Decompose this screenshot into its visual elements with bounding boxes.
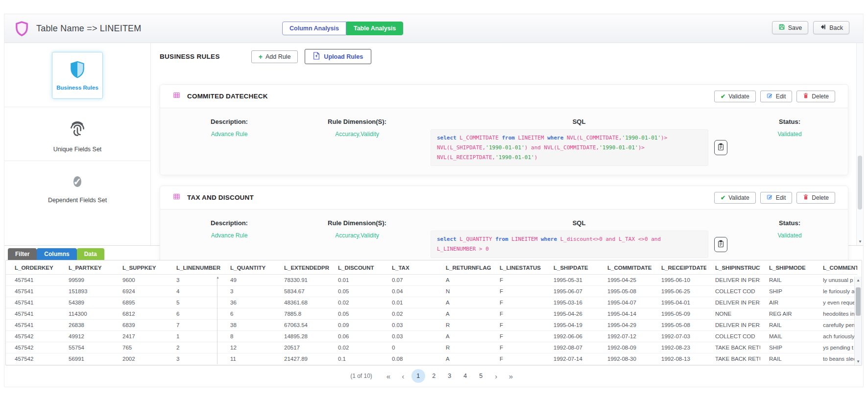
table-cell: 0.04 <box>383 286 437 297</box>
save-button[interactable]: Save <box>772 21 809 34</box>
status-value: Validated <box>731 232 848 239</box>
tab-column-analysis[interactable]: Column Analysis <box>282 22 346 35</box>
sidebar-item-business-rules[interactable]: Business Rules <box>52 52 103 99</box>
page-button-3[interactable]: 3 <box>443 369 457 383</box>
column-header[interactable]: L_ORDERKEY <box>6 260 60 275</box>
sidebar-item-dependent-fields-set[interactable]: ✓ Dependent Fields Set <box>4 161 150 204</box>
add-rule-label: Add Rule <box>265 53 290 60</box>
column-header[interactable]: L_EXTENDEDPRICI <box>275 260 329 275</box>
validate-button[interactable]: ✔ Validate <box>714 192 756 204</box>
tab-data[interactable]: Data <box>77 248 104 260</box>
delete-button[interactable]: Delete <box>796 91 835 102</box>
column-header[interactable]: L_RECEIPTDATE <box>652 260 706 275</box>
scrollbar-thumb[interactable] <box>856 287 861 316</box>
table-cell: 78330.91 <box>275 275 329 286</box>
sidebar: Business Rules Unique Fields Set ✓ <box>4 43 151 245</box>
data-table-body: 45754199599960034978330.910.010.07AF1995… <box>6 275 857 365</box>
tab-filter[interactable]: Filter <box>8 248 37 260</box>
prev-page-button[interactable]: ‹ <box>397 370 410 382</box>
last-page-button[interactable]: » <box>505 370 517 382</box>
sidebar-item-unique-fields-set[interactable]: Unique Fields Set <box>4 107 150 153</box>
page-button-4[interactable]: 4 <box>458 369 472 383</box>
table-cell: 26838 <box>60 320 114 331</box>
column-header[interactable]: L_TAX <box>383 260 437 275</box>
back-button[interactable]: Back <box>813 21 849 34</box>
scroll-up-icon[interactable]: ▲ <box>216 276 219 279</box>
save-label: Save <box>788 24 802 31</box>
copy-sql-button[interactable] <box>714 140 727 155</box>
table-cell: 49 <box>221 275 275 286</box>
table-cell: 151893 <box>60 286 114 297</box>
edit-button[interactable]: Edit <box>760 91 793 102</box>
column-header[interactable]: L_COMMITDATE <box>599 260 652 275</box>
column-header[interactable]: L_LINESTATUS <box>491 260 545 275</box>
scroll-down-icon[interactable]: ▼ <box>857 239 864 244</box>
column-header[interactable]: L_LINENUMBER <box>168 260 221 275</box>
validate-button[interactable]: ✔ Validate <box>714 91 756 102</box>
scrollbar-thumb[interactable] <box>858 156 862 210</box>
analysis-tabs: Column Analysis Table Analysis <box>282 22 403 35</box>
table-cell: RAIL <box>760 353 814 365</box>
next-page-button[interactable]: › <box>490 370 503 382</box>
table-row[interactable]: 4575411518936924435834.670.050.04NF1995-… <box>6 286 857 297</box>
first-page-button[interactable]: « <box>382 370 395 382</box>
clipboard-icon <box>718 240 724 249</box>
table-cell: 6 <box>221 308 275 320</box>
upper-scrollbar[interactable]: ▼ <box>856 43 863 245</box>
table-scrollbar[interactable]: ▲ ▼ <box>854 277 862 365</box>
back-arrow-icon <box>820 23 826 32</box>
back-label: Back <box>829 24 843 31</box>
column-header[interactable]: L_QUANTITY <box>221 260 275 275</box>
table-cell: ach furiously quick <box>814 331 857 342</box>
table-cell: DELIVER IN PERSO <box>706 320 760 331</box>
column-header[interactable]: L_SHIPMODE <box>760 260 814 275</box>
table-cell: 1995-06-07 <box>545 286 599 297</box>
add-rule-button[interactable]: + Add Rule <box>251 50 298 63</box>
column-header[interactable]: L_COMMENT <box>814 260 857 275</box>
table-cell: 54389 <box>60 297 114 308</box>
table-row[interactable]: 4575411143006812667885.80.050.02AF1995-0… <box>6 308 857 320</box>
page-button-1[interactable]: 1 <box>411 369 425 383</box>
table-cell: 0.02 <box>329 342 383 353</box>
table-row[interactable]: 45754126838683973867063.540.090.03RF1995… <box>6 320 857 331</box>
table-cell: 0 <box>383 342 437 353</box>
copy-sql-button[interactable] <box>714 237 727 252</box>
frozen-column-scrollbar[interactable]: ▲ <box>217 277 221 364</box>
table-cell: NONE <box>706 308 760 320</box>
upload-rules-button[interactable]: Upload Rules <box>305 49 371 64</box>
table-row[interactable]: 45754255754765212205170.020RF1992-08-071… <box>6 342 857 353</box>
column-header[interactable]: L_DISCOUNT <box>329 260 383 275</box>
table-cell: SHIP <box>760 286 814 297</box>
column-header[interactable]: L_SUPPKEY <box>114 260 168 275</box>
table-cell: ly unusual p <box>814 275 857 286</box>
sidebar-item-label: Dependent Fields Set <box>4 197 150 204</box>
table-row[interactable]: 4575424991224171814895.280.060.03AF1992-… <box>6 331 857 342</box>
table-cell: 1995-04-01 <box>652 297 706 308</box>
bottom-divider <box>4 387 863 387</box>
page-button-2[interactable]: 2 <box>427 369 441 383</box>
table-row[interactable]: 45754154389689553648361.680.020.01AF1995… <box>6 297 857 308</box>
dimension-value: Accuracy,Validity <box>298 131 416 138</box>
column-header[interactable]: L_SHIPDATE <box>545 260 599 275</box>
tab-columns[interactable]: Columns <box>37 248 76 260</box>
table-cell: 6895 <box>114 297 168 308</box>
table-row[interactable]: 45754199599960034978330.910.010.07AF1995… <box>6 275 857 286</box>
table-cell: 457541 <box>6 297 60 308</box>
table-cell: 1992-08-30 <box>599 353 652 365</box>
table-row[interactable]: 45754256991200231121427.890.10.08AF1992-… <box>6 353 857 365</box>
table-cell: 1 <box>168 331 221 342</box>
delete-button[interactable]: Delete <box>796 192 835 204</box>
column-header[interactable]: L_RETURNFLAG <box>437 260 491 275</box>
table-cell: 1992-08-13 <box>652 353 706 365</box>
scroll-down-icon[interactable]: ▼ <box>855 359 862 364</box>
table-cell: 6812 <box>114 308 168 320</box>
tab-table-analysis[interactable]: Table Analysis <box>346 22 403 35</box>
page-button-5[interactable]: 5 <box>474 369 488 383</box>
column-header[interactable]: L_PARTKEY <box>60 260 114 275</box>
app-frame: Table Name => LINEITEM Column Analysis T… <box>4 14 864 387</box>
table-cell: A <box>437 353 491 365</box>
table-cell: 1995-04-29 <box>599 320 652 331</box>
scroll-up-icon[interactable]: ▲ <box>855 278 862 282</box>
edit-button[interactable]: Edit <box>760 192 793 204</box>
column-header[interactable]: L_SHIPINSTRUCT <box>706 260 760 275</box>
